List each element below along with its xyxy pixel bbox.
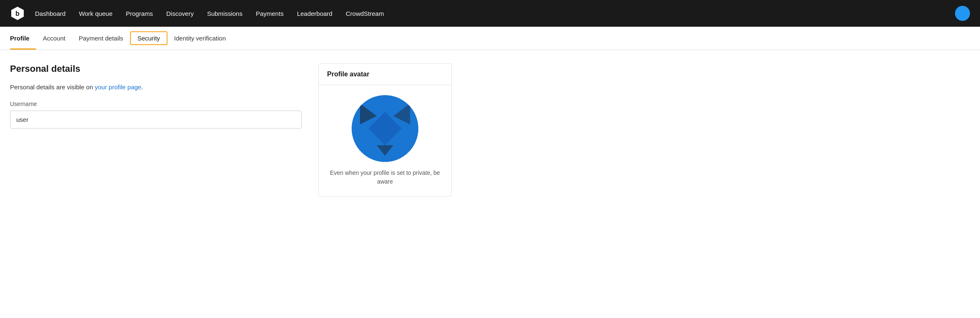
nav-dashboard[interactable]: Dashboard bbox=[35, 10, 65, 17]
avatar-panel-header: Profile avatar bbox=[319, 64, 451, 85]
nav-leaderboard[interactable]: Leaderboard bbox=[297, 10, 332, 17]
avatar-circle bbox=[352, 95, 418, 162]
username-input[interactable] bbox=[10, 111, 302, 129]
nav-payments[interactable]: Payments bbox=[256, 10, 284, 17]
profile-page-link[interactable]: your profile page bbox=[95, 83, 141, 91]
tab-payment-details[interactable]: Payment details bbox=[72, 27, 130, 50]
section-title: Personal details bbox=[10, 63, 302, 74]
nav-crowdstream[interactable]: CrowdStream bbox=[346, 10, 384, 17]
nav-work-queue[interactable]: Work queue bbox=[79, 10, 112, 17]
tab-identity-verification[interactable]: Identity verification bbox=[168, 27, 232, 50]
top-navigation: b Dashboard Work queue Programs Discover… bbox=[0, 0, 980, 27]
tab-profile[interactable]: Profile bbox=[10, 27, 36, 50]
user-avatar[interactable] bbox=[955, 6, 970, 21]
logo[interactable]: b bbox=[10, 6, 25, 21]
nav-submissions[interactable]: Submissions bbox=[207, 10, 242, 17]
username-label: Username bbox=[10, 101, 302, 107]
avatar-panel: Profile avatar Even when your profile is… bbox=[318, 63, 452, 197]
sub-navigation: Profile Account Payment details Security… bbox=[0, 27, 980, 50]
nav-discovery[interactable]: Discovery bbox=[166, 10, 194, 17]
left-panel: Personal details Personal details are vi… bbox=[10, 63, 302, 197]
main-content: Personal details Personal details are vi… bbox=[0, 50, 583, 210]
avatar-caption: Even when your profile is set to private… bbox=[327, 169, 443, 186]
svg-text:b: b bbox=[15, 10, 20, 17]
tab-security[interactable]: Security bbox=[130, 31, 168, 45]
avatar-panel-body: Even when your profile is set to private… bbox=[319, 85, 451, 196]
tab-account[interactable]: Account bbox=[36, 27, 72, 50]
description-prefix: Personal details are visible on bbox=[10, 83, 95, 91]
nav-links: Dashboard Work queue Programs Discovery … bbox=[35, 10, 955, 17]
section-description: Personal details are visible on your pro… bbox=[10, 83, 302, 92]
description-suffix: . bbox=[141, 83, 143, 91]
nav-programs[interactable]: Programs bbox=[126, 10, 153, 17]
